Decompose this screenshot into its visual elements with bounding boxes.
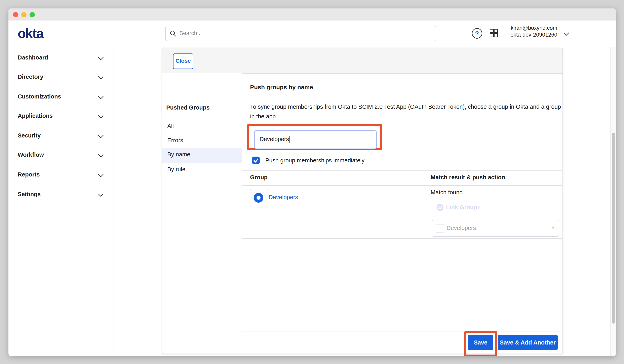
target-group-select[interactable]: Developers ▾ bbox=[432, 220, 559, 237]
chevron-down-icon bbox=[98, 191, 104, 197]
browser-window: okta ? kiran@boxyhq.com okta-dev-2090126… bbox=[8, 8, 616, 356]
sidebar-item-security[interactable]: Security bbox=[8, 130, 114, 141]
nav-item-errors[interactable]: Errors bbox=[162, 134, 242, 146]
select-caret-down-icon: ▾ bbox=[552, 225, 554, 231]
push-groups-panel: Close Pushed Groups All Errors By name B… bbox=[162, 48, 563, 354]
link-group-action[interactable]: Link Group bbox=[446, 204, 477, 211]
sidebar-item-customizations[interactable]: Customizations bbox=[8, 90, 114, 103]
pushed-groups-nav: Pushed Groups All Errors By name By rule bbox=[162, 73, 242, 353]
search-input[interactable] bbox=[179, 26, 431, 40]
sidebar-item-reports[interactable]: Reports bbox=[8, 168, 114, 181]
sidebar-item-dashboard[interactable]: Dashboard bbox=[8, 52, 114, 63]
sidebar-item-applications[interactable]: Applications bbox=[8, 110, 114, 122]
sidebar-item-workflow[interactable]: Workflow bbox=[8, 149, 114, 161]
text-cursor bbox=[289, 136, 290, 143]
search-bar bbox=[165, 26, 436, 41]
divider bbox=[242, 331, 562, 332]
column-header-match: Match result & push action bbox=[431, 174, 505, 181]
chevron-down-icon bbox=[98, 133, 104, 138]
close-window-button[interactable] bbox=[13, 12, 18, 17]
divider bbox=[242, 170, 562, 171]
sidebar-item-directory[interactable]: Directory bbox=[8, 71, 114, 83]
divider bbox=[242, 185, 562, 186]
nav-item-all[interactable]: All bbox=[162, 120, 242, 132]
window-titlebar bbox=[8, 8, 616, 21]
zoom-window-button[interactable] bbox=[29, 12, 35, 17]
chain-link-icon bbox=[437, 204, 443, 211]
app-header: okta ? kiran@boxyhq.com okta-dev-2090126… bbox=[8, 21, 616, 47]
account-org: okta-dev-20901260 bbox=[453, 32, 557, 38]
chevron-down-icon bbox=[98, 55, 104, 60]
checkbox-label: Push group memberships immediately bbox=[265, 157, 364, 164]
chevron-down-icon bbox=[98, 94, 104, 99]
chevron-down-icon bbox=[98, 74, 104, 79]
divider bbox=[242, 238, 562, 239]
match-status: Match found bbox=[431, 189, 463, 196]
select-group-square-icon bbox=[436, 224, 444, 233]
search-icon bbox=[170, 30, 177, 37]
chevron-down-icon bbox=[98, 113, 104, 118]
okta-logo: okta bbox=[18, 26, 43, 41]
nav-item-by-rule[interactable]: By rule bbox=[162, 163, 242, 175]
panel-header: Close bbox=[162, 48, 563, 74]
close-button[interactable]: Close bbox=[173, 53, 193, 69]
group-name-link[interactable]: Developers bbox=[269, 194, 298, 201]
save-button[interactable]: Save bbox=[468, 335, 493, 350]
link-group-icon bbox=[437, 204, 443, 211]
column-header-group: Group bbox=[250, 174, 268, 181]
group-circle-icon bbox=[254, 193, 263, 203]
page-scrollbar-track bbox=[610, 47, 616, 356]
page-scrollbar-thumb[interactable] bbox=[612, 133, 615, 324]
account-email: kiran@boxyhq.com bbox=[453, 25, 557, 31]
save-add-another-button[interactable]: Save & Add Another bbox=[498, 335, 558, 350]
nav-item-by-name[interactable]: By name bbox=[162, 148, 242, 160]
group-avatar bbox=[250, 189, 268, 208]
description-text: To sync group memberships from Okta to S… bbox=[250, 102, 563, 121]
chevron-down-icon bbox=[98, 152, 104, 157]
pushed-groups-title: Pushed Groups bbox=[166, 104, 210, 111]
sidebar: Dashboard Directory Customizations Appli… bbox=[8, 47, 114, 356]
page-title: Push groups by name bbox=[250, 84, 313, 91]
minimize-window-button[interactable] bbox=[21, 12, 26, 17]
sidebar-item-settings[interactable]: Settings bbox=[8, 188, 114, 200]
link-group-caret-down-icon[interactable]: ▾ bbox=[477, 205, 480, 210]
push-immediately-checkbox[interactable] bbox=[252, 156, 260, 164]
account-menu-chevron-down-icon[interactable] bbox=[564, 30, 569, 36]
chevron-down-icon bbox=[98, 172, 104, 177]
group-name-input[interactable]: Developers bbox=[254, 130, 377, 149]
check-icon bbox=[252, 156, 260, 164]
